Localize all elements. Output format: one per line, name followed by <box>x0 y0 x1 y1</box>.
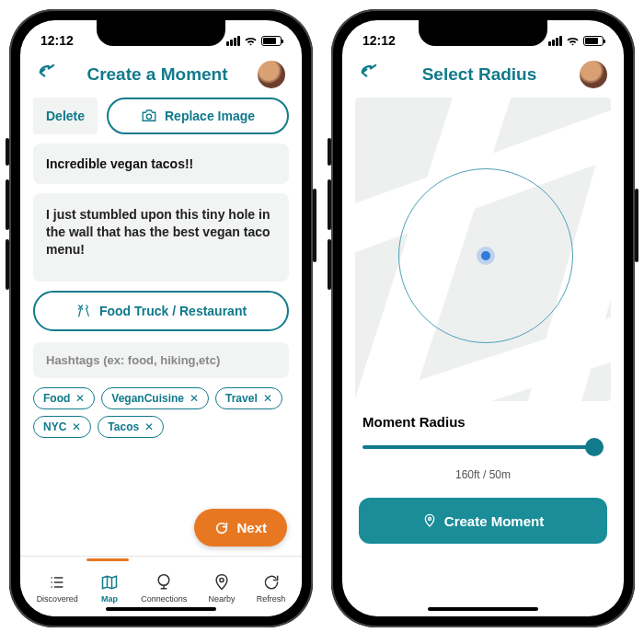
redo-icon <box>214 521 229 535</box>
radius-slider[interactable] <box>362 435 604 459</box>
map-icon <box>99 573 120 592</box>
header: Create a Moment <box>20 55 302 98</box>
hashtag-input[interactable]: Hashtags (ex: food, hiking,etc) <box>33 342 289 378</box>
svg-point-2 <box>220 578 224 581</box>
chip-vegancuisine[interactable]: VeganCuisine✕ <box>101 387 209 409</box>
back-button[interactable] <box>37 64 57 86</box>
page-title: Select Radius <box>422 64 537 85</box>
radius-label: Moment Radius <box>342 414 624 435</box>
battery-icon <box>583 36 604 46</box>
tab-refresh[interactable]: Refresh <box>257 573 286 604</box>
refresh-icon <box>261 573 282 592</box>
globe-icon <box>154 573 174 592</box>
chip-tacos[interactable]: Tacos✕ <box>98 416 164 438</box>
location-dot-icon <box>481 251 490 260</box>
svg-point-0 <box>146 114 151 119</box>
chip-travel[interactable]: Travel✕ <box>215 387 282 409</box>
slider-thumb[interactable] <box>585 438 604 456</box>
hashtag-chips: Food✕ VeganCuisine✕ Travel✕ NYC✕ Tacos✕ <box>33 387 289 438</box>
status-time: 12:12 <box>362 33 396 48</box>
next-label: Next <box>236 520 267 535</box>
tab-discovered[interactable]: Discovered <box>37 573 78 604</box>
close-icon[interactable]: ✕ <box>75 392 85 405</box>
pin-icon <box>422 512 437 529</box>
svg-point-1 <box>158 575 169 586</box>
create-moment-label: Create Moment <box>444 513 544 529</box>
replace-image-button[interactable]: Replace Image <box>107 98 289 134</box>
camera-icon <box>141 109 157 123</box>
header: Select Radius <box>342 55 624 98</box>
close-icon[interactable]: ✕ <box>190 392 199 405</box>
tab-indicator <box>86 558 129 561</box>
pin-icon <box>212 573 232 592</box>
chip-nyc[interactable]: NYC✕ <box>33 416 91 438</box>
tab-connections[interactable]: Connections <box>141 573 187 604</box>
chip-food[interactable]: Food✕ <box>33 387 95 409</box>
close-icon[interactable]: ✕ <box>263 392 272 405</box>
page-title: Create a Moment <box>86 64 227 85</box>
status-time: 12:12 <box>40 33 74 48</box>
signal-icon <box>226 36 240 46</box>
category-label: Food Truck / Restaurant <box>99 304 247 318</box>
signal-icon <box>548 36 562 46</box>
category-select[interactable]: Food Truck / Restaurant <box>33 291 289 331</box>
list-icon <box>47 573 67 592</box>
replace-image-label: Replace Image <box>165 109 255 123</box>
avatar[interactable] <box>258 61 285 88</box>
delete-button[interactable]: Delete <box>33 98 98 134</box>
map-view[interactable] <box>355 98 611 401</box>
svg-point-3 <box>428 518 431 521</box>
utensils-icon <box>75 304 92 318</box>
create-moment-button[interactable]: Create Moment <box>359 498 607 544</box>
notch <box>419 20 547 46</box>
wifi-icon <box>244 36 258 46</box>
home-indicator[interactable] <box>106 607 216 611</box>
back-button[interactable] <box>359 64 379 86</box>
avatar[interactable] <box>580 61 607 88</box>
phone-create-moment: 12:12 Create a Moment Delete Replace Ima… <box>9 9 313 627</box>
next-button[interactable]: Next <box>194 509 287 546</box>
moment-body-input[interactable]: I just stumbled upon this tiny hole in t… <box>33 193 289 282</box>
battery-icon <box>261 36 282 46</box>
phone-select-radius: 12:12 Select Radius Moment Radius <box>331 9 635 627</box>
home-indicator[interactable] <box>428 607 538 611</box>
close-icon[interactable]: ✕ <box>72 420 81 433</box>
wifi-icon <box>566 36 580 46</box>
moment-title-input[interactable]: Incredible vegan tacos!! <box>33 144 289 184</box>
close-icon[interactable]: ✕ <box>144 420 154 433</box>
radius-distance: 160ft / 50m <box>342 463 624 498</box>
tab-map[interactable]: Map <box>99 573 120 604</box>
notch <box>97 20 225 46</box>
tab-nearby[interactable]: Nearby <box>209 573 236 604</box>
